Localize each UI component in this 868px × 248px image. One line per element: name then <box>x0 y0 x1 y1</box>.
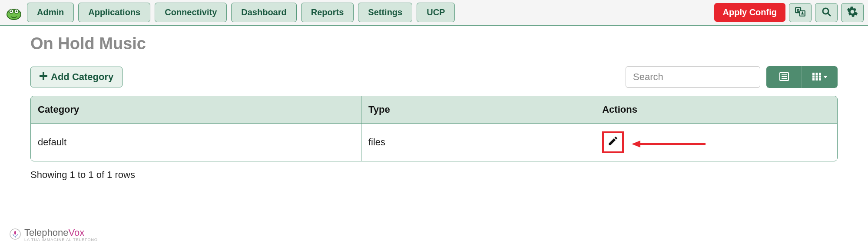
page-toolbar: Add Category <box>30 66 838 88</box>
arrow-annotation <box>632 139 706 149</box>
nav-ucp[interactable]: UCP <box>417 3 455 22</box>
view-detail-button[interactable] <box>766 66 802 88</box>
view-columns-button[interactable] <box>802 66 838 88</box>
language-button[interactable] <box>789 3 812 22</box>
cell-category: default <box>31 124 361 161</box>
svg-rect-21 <box>812 78 815 80</box>
search-icon <box>821 7 832 18</box>
gear-icon <box>847 6 858 19</box>
search-input[interactable] <box>626 66 760 88</box>
app-logo <box>4 4 23 21</box>
nav-settings[interactable]: Settings <box>358 3 412 22</box>
svg-rect-18 <box>812 75 815 77</box>
nav-buttons: Admin Applications Connectivity Dashboar… <box>27 3 455 22</box>
list-detail-icon <box>779 72 789 83</box>
svg-point-4 <box>16 10 17 12</box>
svg-line-8 <box>828 13 830 16</box>
add-category-label: Add Category <box>51 71 113 83</box>
top-navbar: Admin Applications Connectivity Dashboar… <box>0 0 868 26</box>
header-actions[interactable]: Actions <box>595 96 837 124</box>
search-button[interactable] <box>815 3 838 22</box>
view-toggle-group <box>766 66 838 88</box>
header-type[interactable]: Type <box>361 96 595 124</box>
page-title: On Hold Music <box>30 34 838 53</box>
apply-config-button[interactable]: Apply Config <box>714 3 785 22</box>
table-header-row: Category Type Actions <box>31 96 837 124</box>
main-content: On Hold Music Add Category <box>0 26 868 185</box>
svg-rect-20 <box>819 75 821 77</box>
svg-marker-25 <box>632 141 640 147</box>
nav-connectivity[interactable]: Connectivity <box>155 3 227 22</box>
pager-info: Showing 1 to 1 of 1 rows <box>30 169 838 181</box>
svg-rect-15 <box>812 73 815 75</box>
nav-reports[interactable]: Reports <box>301 3 354 22</box>
edit-action-button[interactable] <box>602 131 624 153</box>
cell-type: files <box>361 124 595 161</box>
svg-rect-19 <box>815 75 818 77</box>
footer-tagline: LA TUA IMMAGINE AL TELEFONO <box>24 238 98 242</box>
footer-brand-text: TelephoneVox <box>24 227 84 238</box>
svg-rect-10 <box>40 75 47 77</box>
svg-rect-17 <box>819 73 821 75</box>
svg-rect-27 <box>14 231 16 235</box>
microphone-icon <box>10 228 21 241</box>
cell-actions <box>595 124 837 161</box>
svg-rect-16 <box>815 73 818 75</box>
categories-table: Category Type Actions default files <box>30 96 838 161</box>
nav-dashboard[interactable]: Dashboard <box>231 3 296 22</box>
footer-brand: TelephoneVox LA TUA IMMAGINE AL TELEFONO <box>10 228 98 242</box>
add-category-button[interactable]: Add Category <box>30 67 123 87</box>
svg-point-3 <box>10 10 12 12</box>
nav-applications[interactable]: Applications <box>78 3 150 22</box>
header-category[interactable]: Category <box>31 96 361 124</box>
caret-down-icon <box>823 76 828 78</box>
nav-admin[interactable]: Admin <box>27 3 74 22</box>
svg-rect-22 <box>815 78 818 80</box>
plus-icon <box>40 71 47 83</box>
pencil-icon <box>607 135 619 149</box>
settings-gear-button[interactable] <box>841 3 864 22</box>
table-row: default files <box>31 124 837 161</box>
svg-rect-23 <box>819 78 821 80</box>
grid-icon <box>812 73 821 82</box>
translate-icon <box>795 6 806 19</box>
